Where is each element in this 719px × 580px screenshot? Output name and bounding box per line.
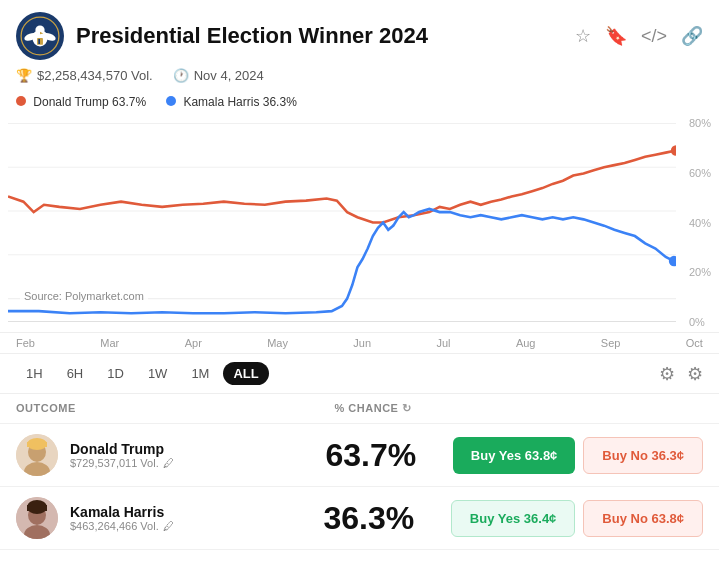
x-label-mar: Mar	[100, 337, 119, 349]
y-label-80: 80%	[689, 117, 711, 129]
svg-rect-8	[38, 39, 40, 44]
trump-actions: Buy Yes 63.8¢ Buy No 36.3¢	[453, 437, 703, 474]
time-all[interactable]: ALL	[223, 362, 268, 385]
settings-icon[interactable]: ⚙	[687, 363, 703, 385]
trump-legend-label: Donald Trump 63.7%	[33, 95, 146, 109]
x-label-feb: Feb	[16, 337, 35, 349]
trump-volume: $729,537,011 Vol. 🖊	[70, 457, 289, 469]
info-icon-2: 🖊	[163, 520, 174, 532]
chart-legend: Donald Trump 63.7% Kamala Harris 36.3%	[0, 91, 719, 113]
time-1w[interactable]: 1W	[138, 362, 178, 385]
harris-actions: Buy Yes 36.4¢ Buy No 63.8¢	[451, 500, 703, 537]
y-label-40: 40%	[689, 217, 711, 229]
chart-controls: ⚙ ⚙	[659, 363, 703, 385]
time-1h[interactable]: 1H	[16, 362, 53, 385]
harris-dot	[166, 96, 176, 106]
info-icon: 🖊	[163, 457, 174, 469]
harris-legend-label: Kamala Harris 36.3%	[183, 95, 296, 109]
chance-col-header: % CHANCE ↻	[283, 402, 463, 415]
trump-row: Donald Trump $729,537,011 Vol. 🖊 63.7% B…	[0, 424, 719, 487]
y-label-60: 60%	[689, 167, 711, 179]
trophy-icon: 🏆	[16, 68, 32, 83]
svg-point-15	[671, 145, 676, 155]
price-chart: Source: Polymarket.com 80% 60% 40% 20% 0…	[0, 113, 719, 333]
trump-buy-yes[interactable]: Buy Yes 63.8¢	[453, 437, 576, 474]
x-label-jun: Jun	[353, 337, 371, 349]
time-1m[interactable]: 1M	[181, 362, 219, 385]
y-label-20: 20%	[689, 266, 711, 278]
page-title: Presidential Election Winner 2024	[76, 23, 563, 49]
x-label-may: May	[267, 337, 288, 349]
trump-avatar	[16, 434, 58, 476]
trump-name: Donald Trump	[70, 441, 289, 457]
time-1d[interactable]: 1D	[97, 362, 134, 385]
y-label-0: 0%	[689, 316, 711, 328]
harris-volume: $463,264,466 Vol. 🖊	[70, 520, 287, 532]
meta-bar: 🏆 $2,258,434,570 Vol. 🕐 Nov 4, 2024	[0, 68, 719, 91]
x-label-apr: Apr	[185, 337, 202, 349]
clock-icon: 🕐	[173, 68, 189, 83]
code-icon[interactable]: </>	[641, 26, 667, 47]
time-6h[interactable]: 6H	[57, 362, 94, 385]
svg-point-16	[669, 256, 676, 266]
date-info: 🕐 Nov 4, 2024	[173, 68, 264, 83]
time-selector: 1H 6H 1D 1W 1M ALL ⚙ ⚙	[0, 354, 719, 394]
trump-legend: Donald Trump 63.7%	[16, 95, 146, 109]
harris-info: Kamala Harris $463,264,466 Vol. 🖊	[70, 504, 287, 532]
harris-chance: 36.3%	[299, 500, 439, 537]
x-label-sep: Sep	[601, 337, 621, 349]
svg-rect-21	[27, 442, 47, 447]
x-axis: Feb Mar Apr May Jun Jul Aug Sep Oct	[0, 333, 719, 354]
link-icon[interactable]: 🔗	[681, 25, 703, 47]
page-header: Presidential Election Winner 2024 ☆ 🔖 </…	[0, 0, 719, 68]
y-axis-labels: 80% 60% 40% 20% 0%	[689, 113, 711, 332]
volume-value: $2,258,434,570 Vol.	[37, 68, 153, 83]
harris-row: Kamala Harris $463,264,466 Vol. 🖊 36.3% …	[0, 487, 719, 550]
volume-info: 🏆 $2,258,434,570 Vol.	[16, 68, 153, 83]
trump-dot	[16, 96, 26, 106]
trump-info: Donald Trump $729,537,011 Vol. 🖊	[70, 441, 289, 469]
harris-name: Kamala Harris	[70, 504, 287, 520]
harris-avatar	[16, 497, 58, 539]
harris-buy-no[interactable]: Buy No 63.8¢	[583, 500, 703, 537]
header-actions: ☆ 🔖 </> 🔗	[575, 25, 703, 47]
harris-buy-yes[interactable]: Buy Yes 36.4¢	[451, 500, 576, 537]
table-header: OUTCOME % CHANCE ↻	[0, 394, 719, 424]
x-label-oct: Oct	[686, 337, 703, 349]
logo	[16, 12, 64, 60]
refresh-icon[interactable]: ↻	[402, 402, 412, 414]
trump-buy-no[interactable]: Buy No 36.3¢	[583, 437, 703, 474]
date-value: Nov 4, 2024	[194, 68, 264, 83]
svg-rect-26	[27, 505, 47, 511]
trump-chance: 63.7%	[301, 437, 441, 474]
x-label-jul: Jul	[436, 337, 450, 349]
star-icon[interactable]: ☆	[575, 25, 591, 47]
chart-source: Source: Polymarket.com	[20, 288, 148, 304]
harris-legend: Kamala Harris 36.3%	[166, 95, 297, 109]
bookmark-icon[interactable]: 🔖	[605, 25, 627, 47]
outcome-col-header: OUTCOME	[16, 402, 283, 415]
filter-icon[interactable]: ⚙	[659, 363, 675, 385]
x-label-aug: Aug	[516, 337, 536, 349]
